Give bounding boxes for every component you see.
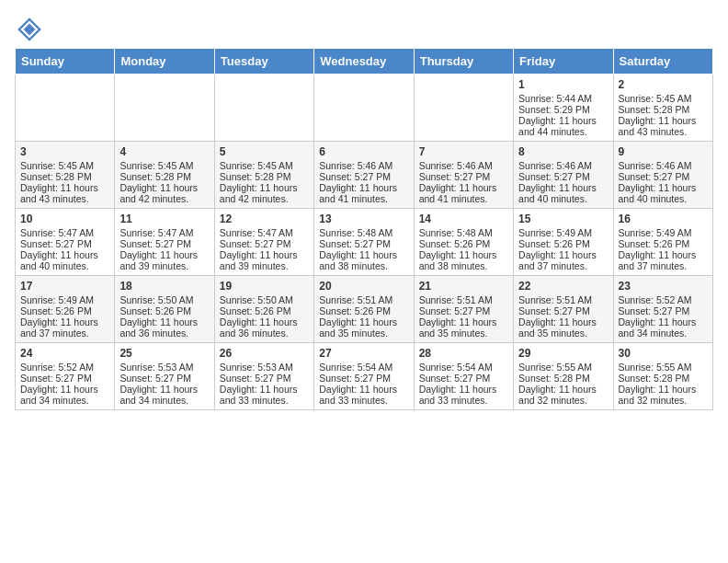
day-info-line: Sunrise: 5:49 AM [619,227,708,238]
day-info-line: Daylight: 11 hours and 39 minutes. [220,249,309,271]
day-info-line: Sunrise: 5:53 AM [220,362,309,373]
logo-icon [15,15,44,44]
day-info-line: Sunset: 5:26 PM [419,238,508,249]
day-info-line: Sunset: 5:28 PM [619,373,708,384]
day-info-line: Daylight: 11 hours and 32 minutes. [619,384,708,406]
day-info-line: Sunrise: 5:46 AM [619,160,708,171]
day-info-line: Sunset: 5:26 PM [319,305,408,316]
day-info-line: Sunset: 5:26 PM [518,238,608,249]
day-header-monday: Monday [115,49,214,75]
day-info-line: Sunrise: 5:46 AM [518,160,608,171]
day-info-line: Daylight: 11 hours and 36 minutes. [119,316,209,339]
day-info-line: Daylight: 11 hours and 42 minutes. [220,182,309,204]
empty-cell [115,75,214,142]
day-info-line: Daylight: 11 hours and 43 minutes. [20,182,109,204]
day-info-line: Sunset: 5:27 PM [319,373,408,384]
day-number: 8 [518,145,608,158]
calendar-day-cell: 2Sunrise: 5:45 AMSunset: 5:28 PMDaylight… [613,75,712,142]
day-info-line: Daylight: 11 hours and 34 minutes. [119,384,209,406]
day-info-line: Sunrise: 5:45 AM [20,160,109,171]
day-header-wednesday: Wednesday [314,49,414,75]
calendar-day-cell: 23Sunrise: 5:52 AMSunset: 5:27 PMDayligh… [613,276,712,343]
day-info-line: Sunset: 5:28 PM [220,171,309,182]
day-number: 11 [119,213,209,225]
day-info-line: Daylight: 11 hours and 33 minutes. [419,384,508,406]
day-info-line: Daylight: 11 hours and 34 minutes. [20,384,109,406]
day-number: 13 [319,213,408,225]
day-number: 16 [619,213,708,225]
day-info-line: Sunrise: 5:44 AM [518,93,608,104]
empty-cell [16,75,115,142]
day-info-line: Daylight: 11 hours and 41 minutes. [319,182,408,204]
day-info-line: Sunset: 5:27 PM [319,238,408,249]
calendar-day-cell: 25Sunrise: 5:53 AMSunset: 5:27 PMDayligh… [115,343,214,410]
day-header-thursday: Thursday [414,49,513,75]
day-info-line: Sunrise: 5:48 AM [319,227,408,238]
day-info-line: Sunrise: 5:50 AM [119,294,209,305]
day-info-line: Sunset: 5:27 PM [20,238,109,249]
day-number: 21 [419,280,508,293]
day-info-line: Sunrise: 5:52 AM [20,362,109,373]
day-info-line: Sunset: 5:27 PM [419,171,508,182]
day-info-line: Sunset: 5:27 PM [419,373,508,384]
day-info-line: Daylight: 11 hours and 32 minutes. [518,384,608,406]
day-number: 28 [419,347,508,360]
calendar-day-cell: 30Sunrise: 5:55 AMSunset: 5:28 PMDayligh… [613,343,712,410]
day-header-saturday: Saturday [613,49,712,75]
day-info-line: Daylight: 11 hours and 40 minutes. [619,182,708,204]
day-info-line: Daylight: 11 hours and 36 minutes. [220,316,309,339]
day-info-line: Daylight: 11 hours and 40 minutes. [518,182,608,204]
calendar-day-cell: 5Sunrise: 5:45 AMSunset: 5:28 PMDaylight… [214,142,313,209]
day-info-line: Sunset: 5:27 PM [220,238,309,249]
day-info-line: Sunset: 5:27 PM [419,305,508,316]
calendar-day-cell: 10Sunrise: 5:47 AMSunset: 5:27 PMDayligh… [16,209,115,276]
calendar-day-cell: 21Sunrise: 5:51 AMSunset: 5:27 PMDayligh… [414,276,513,343]
day-info-line: Sunrise: 5:49 AM [20,294,109,305]
day-info-line: Sunrise: 5:49 AM [518,227,608,238]
day-info-line: Daylight: 11 hours and 38 minutes. [319,249,408,271]
calendar-day-cell: 13Sunrise: 5:48 AMSunset: 5:27 PMDayligh… [314,209,414,276]
day-number: 26 [220,347,309,360]
day-header-tuesday: Tuesday [214,49,313,75]
day-info-line: Sunset: 5:28 PM [518,373,608,384]
day-info-line: Daylight: 11 hours and 38 minutes. [419,249,508,271]
day-number: 3 [20,145,109,158]
day-info-line: Daylight: 11 hours and 42 minutes. [119,182,209,204]
day-info-line: Sunset: 5:27 PM [518,305,608,316]
day-info-line: Sunset: 5:28 PM [119,171,209,182]
day-info-line: Sunrise: 5:47 AM [119,227,209,238]
day-info-line: Daylight: 11 hours and 34 minutes. [619,316,708,339]
calendar-day-cell: 27Sunrise: 5:54 AMSunset: 5:27 PMDayligh… [314,343,414,410]
day-info-line: Sunrise: 5:54 AM [319,362,408,373]
day-info-line: Sunrise: 5:45 AM [619,93,708,104]
calendar-day-cell: 7Sunrise: 5:46 AMSunset: 5:27 PMDaylight… [414,142,513,209]
day-number: 29 [518,347,608,360]
day-number: 6 [319,145,408,158]
day-info-line: Daylight: 11 hours and 33 minutes. [319,384,408,406]
day-info-line: Sunset: 5:27 PM [119,373,209,384]
calendar-day-cell: 24Sunrise: 5:52 AMSunset: 5:27 PMDayligh… [16,343,115,410]
day-info-line: Sunrise: 5:45 AM [119,160,209,171]
day-info-line: Daylight: 11 hours and 41 minutes. [419,182,508,204]
day-info-line: Sunrise: 5:51 AM [419,294,508,305]
day-number: 19 [220,280,309,293]
calendar-day-cell: 11Sunrise: 5:47 AMSunset: 5:27 PMDayligh… [115,209,214,276]
day-number: 25 [119,347,209,360]
calendar-day-cell: 12Sunrise: 5:47 AMSunset: 5:27 PMDayligh… [214,209,313,276]
calendar-week-row: 17Sunrise: 5:49 AMSunset: 5:26 PMDayligh… [16,276,713,343]
day-info-line: Sunrise: 5:51 AM [518,294,608,305]
day-info-line: Sunrise: 5:52 AM [619,294,708,305]
day-info-line: Daylight: 11 hours and 43 minutes. [619,115,708,137]
day-number: 12 [220,213,309,225]
day-info-line: Daylight: 11 hours and 35 minutes. [419,316,508,339]
day-number: 20 [319,280,408,293]
day-info-line: Sunset: 5:27 PM [518,171,608,182]
day-info-line: Daylight: 11 hours and 39 minutes. [119,249,209,271]
empty-cell [414,75,513,142]
day-number: 10 [20,213,109,225]
day-number: 27 [319,347,408,360]
calendar-day-cell: 1Sunrise: 5:44 AMSunset: 5:29 PMDaylight… [514,75,613,142]
day-info-line: Daylight: 11 hours and 35 minutes. [518,316,608,339]
day-info-line: Daylight: 11 hours and 35 minutes. [319,316,408,339]
calendar-day-cell: 6Sunrise: 5:46 AMSunset: 5:27 PMDaylight… [314,142,414,209]
